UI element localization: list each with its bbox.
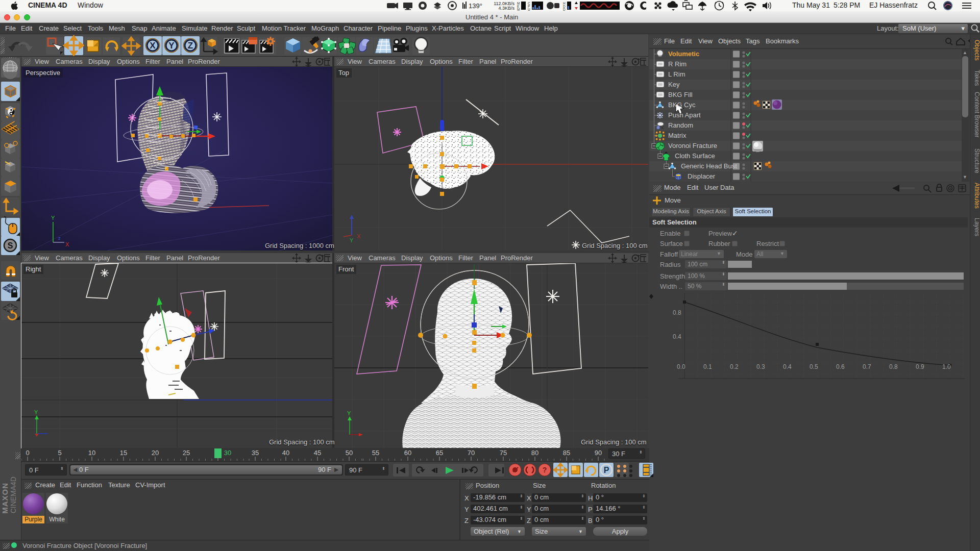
svg-text:55: 55 [372, 449, 379, 457]
svg-text:z: z [58, 236, 61, 241]
svg-text:35: 35 [252, 449, 259, 457]
svg-text:90: 90 [595, 449, 602, 457]
svg-text:Y: Y [51, 215, 55, 221]
svg-text:?: ? [543, 466, 547, 474]
svg-text:X: X [357, 233, 361, 239]
svg-text:65: 65 [436, 449, 443, 457]
svg-text:Y: Y [350, 237, 354, 243]
svg-text:15: 15 [120, 449, 127, 457]
svg-text:75: 75 [500, 449, 507, 457]
svg-text:Y: Y [168, 41, 175, 51]
svg-text:10: 10 [88, 449, 95, 457]
svg-text:139°: 139° [469, 2, 482, 10]
svg-text:50: 50 [346, 449, 353, 457]
svg-text:M: M [517, 8, 520, 11]
svg-text:85: 85 [563, 449, 570, 457]
svg-text:45: 45 [314, 449, 321, 457]
svg-text:S: S [8, 241, 13, 250]
svg-text:60: 60 [404, 449, 411, 457]
svg-text:X: X [150, 41, 156, 51]
svg-text:30: 30 [224, 449, 231, 457]
svg-text:0: 0 [26, 449, 29, 457]
svg-text:D: D [563, 8, 566, 11]
svg-text:Y: Y [347, 410, 351, 416]
svg-text:5: 5 [58, 449, 61, 457]
svg-text:U: U [528, 8, 530, 11]
svg-text:20: 20 [152, 449, 159, 457]
svg-text:Z: Z [188, 41, 193, 51]
svg-text:4.3KB/s: 4.3KB/s [498, 6, 514, 11]
svg-text:25: 25 [183, 449, 190, 457]
svg-text:Y: Y [34, 409, 38, 415]
svg-text:X: X [65, 241, 69, 247]
svg-text:80: 80 [531, 449, 538, 457]
svg-text:70: 70 [468, 449, 475, 457]
svg-text:P: P [604, 466, 609, 474]
svg-text:40: 40 [282, 449, 289, 457]
